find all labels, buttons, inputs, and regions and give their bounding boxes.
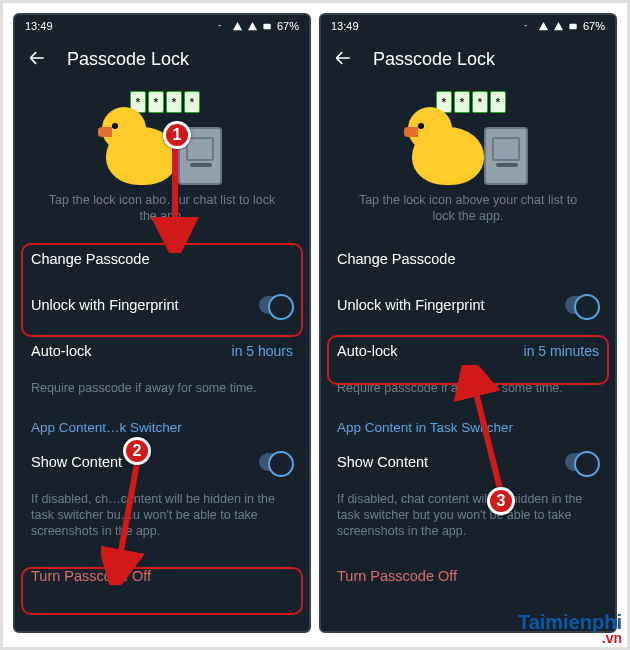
status-bar: 13:49 67% [15, 15, 309, 37]
page-title: Passcode Lock [67, 49, 189, 70]
hero-hint: Tap the lock icon above your chat list t… [341, 188, 595, 228]
status-icons: 67% [217, 20, 299, 32]
section-app-content: App Content…k Switcher [15, 410, 309, 439]
autolock-hint: Require passcode if away for some time. [15, 374, 309, 410]
status-icons: 67% [523, 20, 605, 32]
show-content-toggle[interactable] [259, 453, 293, 471]
status-time: 13:49 [331, 20, 359, 32]
hero-hint: Tap the lock icon abo…ur chat list to lo… [35, 188, 289, 228]
page-title: Passcode Lock [373, 49, 495, 70]
svg-rect-0 [263, 23, 270, 29]
show-content-hint: If disabled, ch…content will be hidden i… [15, 485, 309, 553]
change-passcode-row[interactable]: Change Passcode [321, 236, 615, 282]
phone-screenshot-right: 13:49 67% Passcode Lock **** Tap the loc… [319, 13, 617, 633]
unlock-fingerprint-row[interactable]: Unlock with Fingerprint [321, 282, 615, 328]
show-content-toggle[interactable] [565, 453, 599, 471]
app-header: Passcode Lock [321, 37, 615, 81]
back-icon[interactable] [333, 48, 353, 71]
section-app-content: App Content in Task Switcher [321, 410, 615, 439]
hero-illustration: **** Tap the lock icon abo…ur chat list … [15, 81, 309, 236]
app-header: Passcode Lock [15, 37, 309, 81]
annotation-badge-1: 1 [163, 121, 191, 149]
annotation-badge-2: 2 [123, 437, 151, 465]
hero-illustration: **** Tap the lock icon above your chat l… [321, 81, 615, 236]
watermark: Taimienphi .vn [518, 611, 622, 646]
svg-rect-1 [569, 23, 576, 29]
show-content-row[interactable]: Show Content [15, 439, 309, 485]
status-bar: 13:49 67% [321, 15, 615, 37]
autolock-value: in 5 hours [232, 343, 293, 359]
phone-screenshot-left: 13:49 67% Passcode Lock **** Tap the loc… [13, 13, 311, 633]
back-icon[interactable] [27, 48, 47, 71]
annotation-badge-3: 3 [487, 487, 515, 515]
show-content-row[interactable]: Show Content [321, 439, 615, 485]
highlight-box-1 [21, 243, 303, 337]
show-content-hint: If disabled, chat content will be hidden… [321, 485, 615, 553]
highlight-box-2 [21, 567, 303, 615]
highlight-box-3 [327, 335, 609, 385]
turn-passcode-off-row[interactable]: Turn Passcode Off [321, 553, 615, 599]
fingerprint-toggle[interactable] [565, 296, 599, 314]
status-time: 13:49 [25, 20, 53, 32]
